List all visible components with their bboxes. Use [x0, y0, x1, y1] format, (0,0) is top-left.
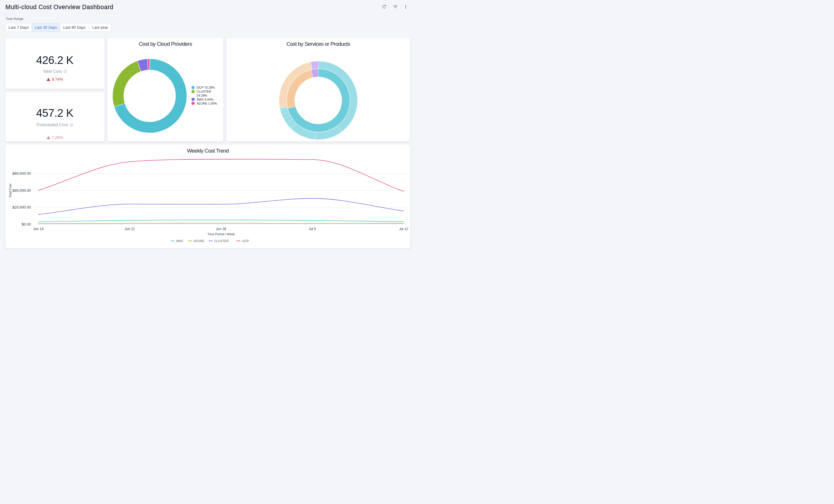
- svg-text:Jun 21: Jun 21: [125, 227, 135, 231]
- svg-text:Jul 5: Jul 5: [309, 227, 316, 231]
- svg-text:AWS: AWS: [176, 239, 183, 243]
- svg-text:Jun 14: Jun 14: [33, 227, 43, 231]
- svg-text:CLUSTER: CLUSTER: [197, 90, 211, 93]
- svg-text:GCP: GCP: [242, 239, 249, 243]
- svg-text:$40,000.00: $40,000.00: [12, 188, 31, 193]
- svg-text:GCP 70.28%: GCP 70.28%: [197, 86, 215, 89]
- svg-text:Jul 12: Jul 12: [399, 227, 408, 231]
- svg-text:Total Cost: Total Cost: [8, 184, 12, 198]
- svg-text:Time Period / Week: Time Period / Week: [207, 233, 235, 236]
- svg-text:AZURE: AZURE: [194, 239, 204, 243]
- svg-text:$60,000.00: $60,000.00: [12, 171, 31, 176]
- svg-text:$20,000.00: $20,000.00: [12, 205, 31, 210]
- svg-text:24.28%: 24.28%: [197, 94, 207, 97]
- svg-text:Jun 28: Jun 28: [216, 227, 226, 231]
- svg-text:$0.00: $0.00: [22, 222, 31, 226]
- svg-text:AWS 4.44%: AWS 4.44%: [197, 98, 213, 101]
- svg-text:AZURE 1.00%: AZURE 1.00%: [197, 102, 217, 105]
- svg-text:CLUSTER: CLUSTER: [214, 239, 228, 243]
